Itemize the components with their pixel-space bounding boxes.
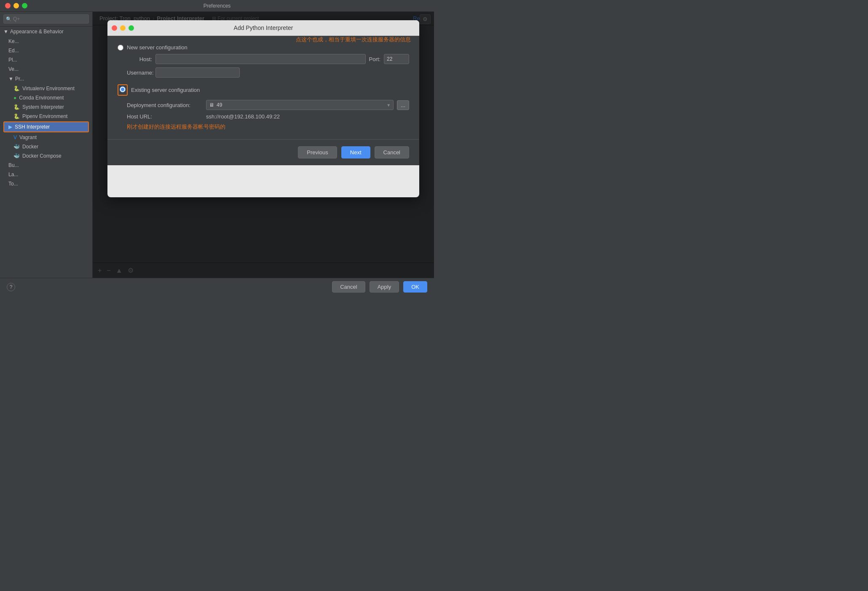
new-server-radio-row: New server configuration [118,44,409,51]
new-server-section: New server configuration Host: Port: Use… [118,44,409,78]
content-area: Project: Tron_python › Project Interpret… [93,12,434,278]
host-input[interactable] [155,54,366,64]
deployment-select-value: 🖥 49 [209,102,385,108]
sidebar-item-docker[interactable]: 🐳 Docker [0,142,92,151]
sidebar-item-label: Conda Environment [19,95,64,101]
sidebar-item-label: Docker Compose [22,153,62,159]
window-title: Preferences [204,3,231,9]
sidebar-item-languages[interactable]: La... [0,170,92,179]
title-bar: Preferences [0,0,434,12]
main-layout: 🔍 ▼ Appearance & Behavior Ke... Ed... Pl… [0,12,434,278]
deployment-row: Deployment configuration: 🖥 49 ▼ ... [127,100,409,110]
username-input[interactable] [155,67,240,78]
port-label: Port: [369,56,380,62]
sidebar-item-version-control[interactable]: Ve... [0,64,92,74]
sidebar-item-appearance[interactable]: ▼ Appearance & Behavior [0,27,92,37]
bottom-left: ? [7,283,15,291]
host-url-row: Host URL: ssh://root@192.168.100.49:22 [127,113,409,120]
sidebar-item-label: Pr... [15,76,24,82]
existing-server-label: Existing server configuration [131,87,200,93]
sidebar-item-vagrant[interactable]: V Vagrant [0,133,92,142]
sidebar-item-editor[interactable]: Ed... [0,46,92,55]
deployment-select[interactable]: 🖥 49 ▼ [206,100,394,110]
sidebar-item-label: Ed... [8,48,19,54]
help-button[interactable]: ? [7,283,15,291]
chevron-down-icon: ▼ [385,103,391,107]
host-url-label: Host URL: [127,113,203,120]
modal-title: Add Python Interpreter [234,24,293,31]
host-url-value: ssh://root@192.168.100.49:22 [206,113,280,120]
search-input[interactable] [3,14,89,24]
sidebar-item-label: Ve... [8,66,19,72]
sidebar-item-plugins[interactable]: Pl... [0,55,92,64]
modal-maximize-button[interactable] [129,25,134,31]
existing-server-radio[interactable] [120,86,126,92]
sidebar-item-ssh[interactable]: ▶ SSH Interpreter [4,122,88,132]
modal-minimize-button[interactable] [120,25,126,31]
docker-compose-icon: 🐳 [13,153,20,159]
previous-button[interactable]: Previous [298,146,337,158]
chevron-down-icon: ▼ [8,76,13,82]
new-server-radio[interactable] [118,45,123,51]
chevron-down-icon: ▼ [3,29,8,35]
bottom-right: Cancel Apply OK [332,281,427,293]
search-icon: 🔍 [6,16,12,22]
sidebar-item-label: To... [8,181,18,187]
sidebar-item-label: System Interpreter [22,104,64,110]
sidebar-item-label: Bu... [8,162,19,168]
cancel-button[interactable]: Cancel [375,146,409,158]
sidebar-item-tools[interactable]: To... [0,179,92,188]
deployment-value: 49 [217,102,222,108]
close-button[interactable] [5,3,11,8]
modal-title-bar: Add Python Interpreter [107,20,419,36]
annotation-new-server: 点这个也成，相当于重填一次连接服务器的信息 [296,36,411,43]
sidebar-item-docker-compose[interactable]: 🐳 Docker Compose [0,151,92,161]
sidebar-item-pipenv[interactable]: 🐍 Pipenv Environment [0,112,92,121]
docker-icon: 🐳 [13,144,20,150]
bottom-apply-button[interactable]: Apply [370,281,399,293]
sidebar-item-project[interactable]: ▼ Pr... [0,74,92,84]
python-icon: 🐍 [13,104,20,110]
username-label: Username: [127,70,152,76]
port-input[interactable] [384,54,409,64]
sidebar-item-label: Virtualenv Environment [22,86,75,91]
sidebar-item-keymap[interactable]: Ke... [0,37,92,46]
sidebar-item-conda[interactable]: ● Conda Environment [0,93,92,102]
sidebar-item-label: Vagrant [19,134,37,140]
more-options-button[interactable]: ... [397,100,409,110]
sidebar-item-label: Pipenv Environment [22,113,67,119]
sidebar-item-label: SSH Interpreter [15,124,50,130]
minimize-button[interactable] [13,3,19,8]
modal-close-button[interactable] [112,25,117,31]
deployment-config-label: Deployment configuration: [127,102,203,108]
sidebar-item-label: Docker [22,144,38,150]
annotation-existing-server: 刚才创建好的连接远程服务器帐号密码的 [127,123,409,131]
bottom-cancel-button[interactable]: Cancel [332,281,365,293]
sidebar-item-build[interactable]: Bu... [0,161,92,170]
none: ▶ SSH Interpreter [3,121,89,132]
new-server-label: New server configuration [127,44,188,51]
pipenv-icon: 🐍 [13,113,20,119]
modal-window-controls [112,25,134,31]
ssh-icon: ▶ [8,124,12,130]
modal-footer: Previous Next Cancel [107,139,419,165]
bottom-bar: ? Cancel Apply OK [0,278,434,296]
existing-server-radio-row: Existing server configuration [118,84,409,96]
sidebar-item-label: Pl... [8,57,17,63]
vagrant-icon: V [13,134,17,140]
modal-overlay: Add Python Interpreter New server config… [93,12,434,278]
sidebar-item-label: Ke... [8,38,19,44]
conda-icon: ● [13,95,16,101]
next-button[interactable]: Next [341,146,370,158]
search-box: 🔍 [0,12,92,27]
maximize-button[interactable] [22,3,27,8]
python-icon: 🐍 [13,86,20,91]
existing-server-section: Existing server configuration Deployment… [118,84,409,120]
host-label: Host: [127,56,152,62]
bottom-ok-button[interactable]: OK [403,281,427,293]
sidebar-item-virtualenv[interactable]: 🐍 Virtualenv Environment [0,84,92,93]
radio-highlight-box [118,84,128,96]
window-controls [5,3,27,8]
sidebar-item-system-interpreter[interactable]: 🐍 System Interpreter [0,102,92,112]
add-interpreter-modal: Add Python Interpreter New server config… [107,20,419,197]
